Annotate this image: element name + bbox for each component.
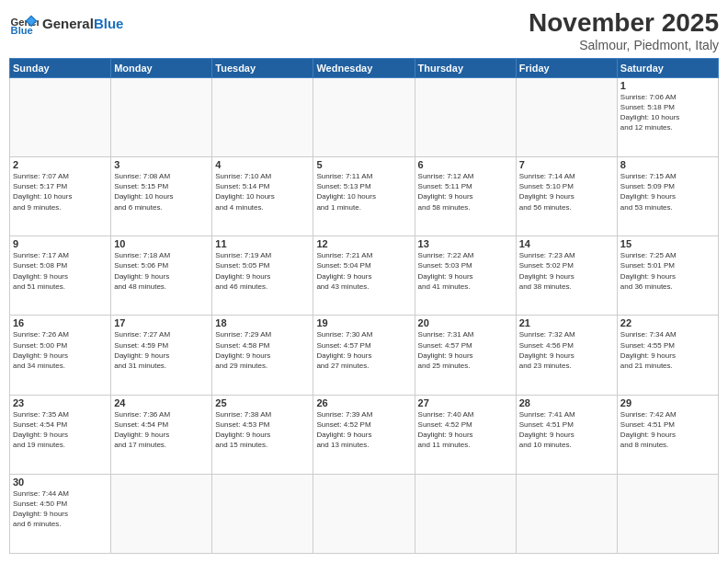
day-info: Sunrise: 7:25 AM Sunset: 5:01 PM Dayligh…	[620, 250, 715, 292]
title-block: November 2025 Salmour, Piedmont, Italy	[529, 9, 719, 52]
calendar-cell: 21Sunrise: 7:32 AM Sunset: 4:56 PM Dayli…	[516, 316, 617, 395]
day-number: 2	[13, 159, 108, 170]
calendar-cell: 29Sunrise: 7:42 AM Sunset: 4:51 PM Dayli…	[617, 395, 718, 474]
calendar-cell: 5Sunrise: 7:11 AM Sunset: 5:13 PM Daylig…	[313, 156, 415, 236]
weekday-header-friday: Friday	[516, 58, 617, 77]
calendar-cell: 18Sunrise: 7:29 AM Sunset: 4:58 PM Dayli…	[212, 316, 313, 395]
day-info: Sunrise: 7:26 AM Sunset: 5:00 PM Dayligh…	[13, 329, 108, 371]
day-info: Sunrise: 7:21 AM Sunset: 5:04 PM Dayligh…	[316, 250, 411, 292]
day-info: Sunrise: 7:23 AM Sunset: 5:02 PM Dayligh…	[519, 250, 614, 292]
calendar-cell: 27Sunrise: 7:40 AM Sunset: 4:52 PM Dayli…	[415, 395, 516, 474]
calendar-cell: 3Sunrise: 7:08 AM Sunset: 5:15 PM Daylig…	[111, 156, 212, 236]
day-number: 15	[620, 238, 715, 249]
weekday-header-sunday: Sunday	[10, 58, 111, 77]
day-number: 3	[114, 159, 209, 170]
day-info: Sunrise: 7:27 AM Sunset: 4:59 PM Dayligh…	[114, 329, 209, 371]
day-info: Sunrise: 7:34 AM Sunset: 4:55 PM Dayligh…	[620, 329, 715, 371]
logo: General Blue GeneralBlue	[9, 9, 123, 39]
day-info: Sunrise: 7:30 AM Sunset: 4:57 PM Dayligh…	[316, 329, 411, 371]
day-info: Sunrise: 7:36 AM Sunset: 4:54 PM Dayligh…	[114, 409, 209, 451]
page: General Blue GeneralBlue November 2025 S…	[0, 0, 728, 563]
calendar-cell: 13Sunrise: 7:22 AM Sunset: 5:03 PM Dayli…	[415, 236, 516, 316]
day-number: 23	[13, 397, 108, 408]
day-number: 29	[620, 397, 715, 408]
day-number: 11	[215, 238, 310, 249]
day-number: 9	[13, 238, 108, 249]
day-number: 22	[620, 317, 715, 328]
day-number: 7	[519, 159, 614, 170]
day-number: 5	[316, 159, 411, 170]
day-info: Sunrise: 7:08 AM Sunset: 5:15 PM Dayligh…	[114, 171, 209, 213]
day-number: 18	[215, 317, 310, 328]
calendar-cell: 17Sunrise: 7:27 AM Sunset: 4:59 PM Dayli…	[111, 316, 212, 395]
calendar-cell: 26Sunrise: 7:39 AM Sunset: 4:52 PM Dayli…	[313, 395, 415, 474]
day-info: Sunrise: 7:19 AM Sunset: 5:05 PM Dayligh…	[215, 250, 310, 292]
day-number: 4	[215, 159, 310, 170]
day-number: 10	[114, 238, 209, 249]
calendar-week-row: 30Sunrise: 7:44 AM Sunset: 4:50 PM Dayli…	[10, 474, 719, 553]
main-title: November 2025	[529, 9, 719, 38]
calendar-cell	[516, 77, 617, 156]
day-number: 13	[418, 238, 513, 249]
day-number: 27	[418, 397, 513, 408]
calendar-week-row: 16Sunrise: 7:26 AM Sunset: 5:00 PM Dayli…	[10, 316, 719, 395]
calendar-cell	[10, 77, 111, 156]
calendar-cell: 7Sunrise: 7:14 AM Sunset: 5:10 PM Daylig…	[516, 156, 617, 236]
calendar-cell	[516, 474, 617, 553]
calendar-cell: 6Sunrise: 7:12 AM Sunset: 5:11 PM Daylig…	[415, 156, 516, 236]
calendar-cell	[313, 474, 415, 553]
day-info: Sunrise: 7:07 AM Sunset: 5:17 PM Dayligh…	[13, 171, 108, 213]
day-info: Sunrise: 7:06 AM Sunset: 5:18 PM Dayligh…	[620, 92, 715, 133]
calendar-week-row: 23Sunrise: 7:35 AM Sunset: 4:54 PM Dayli…	[10, 395, 719, 474]
day-number: 25	[215, 397, 310, 408]
day-info: Sunrise: 7:32 AM Sunset: 4:56 PM Dayligh…	[519, 329, 614, 371]
day-info: Sunrise: 7:38 AM Sunset: 4:53 PM Dayligh…	[215, 409, 310, 451]
calendar-cell: 9Sunrise: 7:17 AM Sunset: 5:08 PM Daylig…	[10, 236, 111, 316]
weekday-header-tuesday: Tuesday	[212, 58, 313, 77]
day-number: 24	[114, 397, 209, 408]
day-info: Sunrise: 7:44 AM Sunset: 4:50 PM Dayligh…	[13, 488, 108, 530]
calendar-cell: 15Sunrise: 7:25 AM Sunset: 5:01 PM Dayli…	[617, 236, 718, 316]
day-info: Sunrise: 7:15 AM Sunset: 5:09 PM Dayligh…	[620, 171, 715, 213]
calendar-cell: 11Sunrise: 7:19 AM Sunset: 5:05 PM Dayli…	[212, 236, 313, 316]
calendar-cell: 23Sunrise: 7:35 AM Sunset: 4:54 PM Dayli…	[10, 395, 111, 474]
day-number: 14	[519, 238, 614, 249]
day-info: Sunrise: 7:10 AM Sunset: 5:14 PM Dayligh…	[215, 171, 310, 213]
calendar-cell	[617, 474, 718, 553]
calendar-cell	[212, 77, 313, 156]
svg-text:Blue: Blue	[11, 25, 33, 36]
calendar-cell: 16Sunrise: 7:26 AM Sunset: 5:00 PM Dayli…	[10, 316, 111, 395]
subtitle: Salmour, Piedmont, Italy	[529, 38, 719, 52]
weekday-header-monday: Monday	[111, 58, 212, 77]
calendar-week-row: 9Sunrise: 7:17 AM Sunset: 5:08 PM Daylig…	[10, 236, 719, 316]
calendar-header-row: SundayMondayTuesdayWednesdayThursdayFrid…	[10, 58, 719, 77]
day-number: 26	[316, 397, 411, 408]
day-info: Sunrise: 7:14 AM Sunset: 5:10 PM Dayligh…	[519, 171, 614, 213]
calendar-cell: 24Sunrise: 7:36 AM Sunset: 4:54 PM Dayli…	[111, 395, 212, 474]
calendar-cell: 8Sunrise: 7:15 AM Sunset: 5:09 PM Daylig…	[617, 156, 718, 236]
calendar-cell: 2Sunrise: 7:07 AM Sunset: 5:17 PM Daylig…	[10, 156, 111, 236]
calendar-cell	[313, 77, 415, 156]
logo-icon: General Blue	[9, 9, 39, 39]
day-info: Sunrise: 7:41 AM Sunset: 4:51 PM Dayligh…	[519, 409, 614, 451]
logo-blue: Blue	[94, 16, 124, 31]
day-info: Sunrise: 7:22 AM Sunset: 5:03 PM Dayligh…	[418, 250, 513, 292]
calendar-cell: 10Sunrise: 7:18 AM Sunset: 5:06 PM Dayli…	[111, 236, 212, 316]
day-info: Sunrise: 7:18 AM Sunset: 5:06 PM Dayligh…	[114, 250, 209, 292]
day-info: Sunrise: 7:40 AM Sunset: 4:52 PM Dayligh…	[418, 409, 513, 451]
weekday-header-thursday: Thursday	[415, 58, 516, 77]
calendar-cell	[415, 474, 516, 553]
day-info: Sunrise: 7:12 AM Sunset: 5:11 PM Dayligh…	[418, 171, 513, 213]
calendar-cell: 1Sunrise: 7:06 AM Sunset: 5:18 PM Daylig…	[617, 77, 718, 156]
day-number: 12	[316, 238, 411, 249]
day-info: Sunrise: 7:42 AM Sunset: 4:51 PM Dayligh…	[620, 409, 715, 451]
calendar-cell: 28Sunrise: 7:41 AM Sunset: 4:51 PM Dayli…	[516, 395, 617, 474]
day-number: 8	[620, 159, 715, 170]
calendar-cell	[111, 474, 212, 553]
day-number: 17	[114, 317, 209, 328]
weekday-header-saturday: Saturday	[617, 58, 718, 77]
calendar-cell: 22Sunrise: 7:34 AM Sunset: 4:55 PM Dayli…	[617, 316, 718, 395]
logo-general: General	[42, 16, 94, 31]
calendar-cell: 19Sunrise: 7:30 AM Sunset: 4:57 PM Dayli…	[313, 316, 415, 395]
day-info: Sunrise: 7:39 AM Sunset: 4:52 PM Dayligh…	[316, 409, 411, 451]
